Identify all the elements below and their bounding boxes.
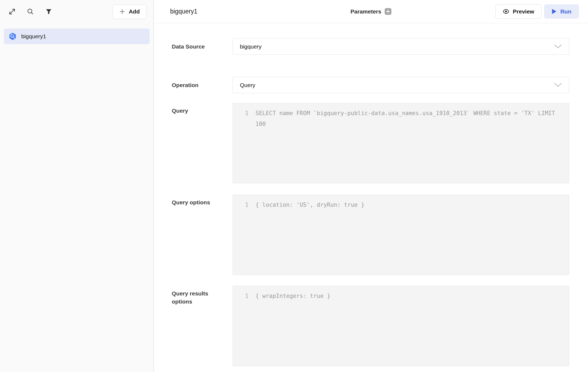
sidebar-toolbar: Add — [0, 0, 153, 23]
data-source-select[interactable]: bigquery — [233, 38, 569, 55]
query-editor-panel: bigquery1 Parameters Preview — [154, 0, 588, 372]
preview-button-label: Preview — [513, 8, 534, 15]
query-options-code-text: { location: 'US', dryRun: true } — [256, 199, 365, 210]
query-code-text: SELECT name FROM `bigquery-public-data.u… — [256, 108, 560, 129]
editor-header: bigquery1 Parameters Preview — [154, 0, 588, 23]
run-button[interactable]: Run — [544, 4, 579, 19]
query-results-options-editor[interactable]: 1 { wrapIntegers: true } — [233, 286, 569, 366]
play-icon — [552, 9, 557, 14]
code-line: 1 { wrapIntegers: true } — [233, 291, 569, 301]
header-actions: Preview Run — [495, 4, 579, 19]
query-label: Query — [172, 103, 215, 183]
query-title: bigquery1 — [170, 8, 197, 15]
line-number: 1 — [233, 199, 248, 210]
query-sidebar: Add bigquery1 — [0, 0, 154, 372]
parameters-group: Parameters — [351, 8, 391, 15]
query-options-row: Query options 1 { location: 'US', dryRun… — [172, 195, 569, 275]
query-results-options-code-text: { wrapIntegers: true } — [256, 291, 330, 301]
plus-icon — [119, 9, 125, 15]
query-list-item-bigquery1[interactable]: bigquery1 — [4, 29, 150, 44]
collapse-panel-icon[interactable] — [8, 8, 16, 16]
data-source-row: Data Source bigquery — [172, 38, 569, 55]
query-list: bigquery1 — [0, 23, 153, 50]
preview-button[interactable]: Preview — [495, 4, 541, 19]
query-code-editor[interactable]: 1 SELECT name FROM `bigquery-public-data… — [233, 103, 569, 183]
query-item-label: bigquery1 — [21, 33, 46, 40]
query-form: Data Source bigquery Operation Query — [154, 23, 588, 372]
line-number: 1 — [233, 291, 248, 301]
operation-value: Query — [240, 82, 255, 88]
query-results-options-label: Query results options — [172, 286, 215, 366]
run-button-label: Run — [560, 8, 571, 15]
code-line: 1 SELECT name FROM `bigquery-public-data… — [233, 108, 569, 129]
query-results-options-row: Query results options 1 { wrapIntegers: … — [172, 286, 569, 366]
query-row: Query 1 SELECT name FROM `bigquery-publi… — [172, 103, 569, 183]
operation-label: Operation — [172, 81, 215, 89]
filter-icon[interactable] — [45, 8, 53, 16]
plus-icon — [386, 9, 390, 13]
line-number: 1 — [233, 108, 248, 119]
add-parameter-button[interactable] — [385, 8, 391, 15]
parameters-label: Parameters — [351, 8, 381, 15]
eye-icon — [503, 8, 509, 15]
search-icon[interactable] — [26, 8, 34, 16]
add-button-label: Add — [129, 8, 140, 15]
bigquery-icon — [9, 32, 17, 40]
query-options-editor[interactable]: 1 { location: 'US', dryRun: true } — [233, 195, 569, 275]
data-source-label: Data Source — [172, 43, 215, 51]
query-options-label: Query options — [172, 195, 215, 275]
app-window: Add bigquery1 bigquery1 Parameters — [0, 0, 588, 372]
add-query-button[interactable]: Add — [113, 5, 146, 19]
operation-select[interactable]: Query — [233, 77, 569, 93]
data-source-value: bigquery — [240, 43, 262, 50]
operation-row: Operation Query — [172, 77, 569, 93]
chevron-down-icon — [554, 44, 562, 49]
code-line: 1 { location: 'US', dryRun: true } — [233, 199, 569, 210]
chevron-down-icon — [554, 83, 562, 87]
